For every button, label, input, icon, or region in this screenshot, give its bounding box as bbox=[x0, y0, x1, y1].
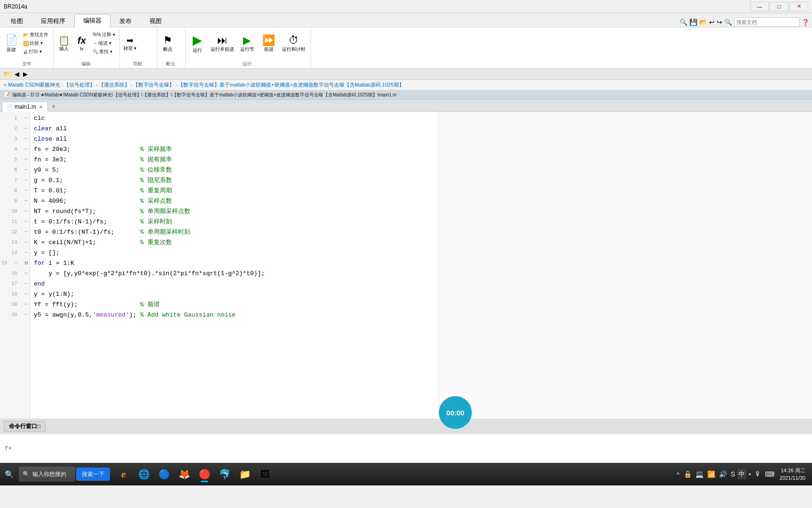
taskbar-app-browser[interactable]: 🌐 bbox=[134, 465, 154, 484]
taskbar-app-dolphin[interactable]: 🐬 bbox=[215, 465, 234, 484]
command-input-area[interactable]: f× bbox=[0, 434, 812, 463]
code-line-1: clc bbox=[34, 113, 435, 123]
minimize-button[interactable]: — bbox=[750, 2, 769, 11]
code-line-15: for i = 1:K bbox=[34, 258, 435, 268]
compare-button[interactable]: 🔀比较 ▾ bbox=[21, 40, 50, 48]
breadcrumb-denoise[interactable]: 【数字信号去噪】 bbox=[133, 81, 174, 88]
fx-button[interactable]: fx fx bbox=[73, 30, 90, 56]
tray-sogou[interactable]: S bbox=[729, 469, 736, 479]
tab-filename: main1.m bbox=[15, 103, 36, 110]
right-pane bbox=[438, 112, 812, 441]
code-line-14: y = []; bbox=[34, 247, 435, 258]
comment-button[interactable]: %%注释 ▾ bbox=[91, 31, 117, 39]
tray-keyboard[interactable]: ⌨ bbox=[764, 469, 776, 479]
code-line-13: K = ceil(N/NT)+1; % 重复次数 bbox=[34, 237, 435, 247]
ribbon-section-file: 📄 新建 📂查找文件 🔀比较 ▾ 🖨打印 ▾ 文件 bbox=[2, 28, 54, 68]
taskbar-app-matlab[interactable]: 🔴 bbox=[195, 465, 214, 484]
breadcrumb-comm[interactable]: 【通信系统】 bbox=[99, 81, 130, 88]
run-time-button[interactable]: ⏱ 运行和计时 bbox=[281, 30, 307, 56]
tab-editor[interactable]: 编辑器 bbox=[74, 14, 110, 27]
goto-button[interactable]: ➡ 转至 ▾ bbox=[122, 30, 139, 56]
nav-forward-icon[interactable]: ▶ bbox=[22, 70, 29, 78]
editor-tab-main[interactable]: 📄 main1.m ✕ bbox=[2, 102, 48, 112]
taskbar-app-files[interactable]: 📁 bbox=[235, 465, 255, 484]
taskbar-clock[interactable]: 14:26 周二 2021/11/30 bbox=[777, 467, 808, 482]
breadcrumb-sep2: › bbox=[96, 82, 98, 88]
insert-button[interactable]: 📋 插入 bbox=[55, 30, 72, 56]
toolbar-icon1[interactable]: 💾 bbox=[689, 18, 697, 26]
breadcrumb-sep1: › bbox=[61, 82, 63, 88]
ribbon-section-breakpoint: ⚑ 断点 断点 bbox=[157, 28, 186, 68]
code-line-19: Yf = fft(y); % 频谱 bbox=[34, 299, 435, 310]
help-icon[interactable]: ❓ bbox=[802, 19, 809, 26]
breadcrumb-signal[interactable]: 【信号处理】 bbox=[64, 81, 95, 88]
file-section-label: 文件 bbox=[3, 61, 50, 68]
taskbar-app-photos[interactable]: 🖼 bbox=[255, 465, 275, 484]
search-input[interactable] bbox=[734, 17, 800, 27]
tray-dot[interactable]: • bbox=[747, 470, 752, 479]
tray-mic[interactable]: 🎙 bbox=[753, 469, 763, 479]
add-tab-button[interactable]: + bbox=[48, 101, 59, 111]
tray-sound[interactable]: 🔊 bbox=[718, 469, 728, 479]
run-advance-button[interactable]: ⏭ 运行并前进 bbox=[209, 30, 235, 56]
toolbar-icon5[interactable]: 🔍 bbox=[724, 18, 732, 26]
tab-plot[interactable]: 绘图 bbox=[2, 15, 32, 27]
taskbar-search-icon: 🔍 bbox=[23, 471, 30, 477]
clock-time: 14:26 周二 bbox=[780, 467, 805, 475]
code-line-5: fn = 3e3; % 固有频率 bbox=[34, 154, 435, 165]
ribbon-section-run: ▶ 运行 ⏭ 运行并前进 ▶ 运行节 ⏩ 前进 ⏱ 运行和计时 bbox=[186, 28, 311, 68]
tab-view[interactable]: 视图 bbox=[141, 15, 171, 27]
nav-back-icon[interactable]: ◀ bbox=[13, 70, 21, 78]
code-line-11: t = 0:1/fs:(N-1)/fs; % 采样时刻 bbox=[34, 216, 435, 227]
code-line-17: end bbox=[34, 278, 435, 289]
code-line-20: y5 = awgn(y,0.5,'measured'); % Add white… bbox=[34, 310, 435, 320]
tab-publish[interactable]: 发布 bbox=[110, 15, 141, 27]
ribbon-section-nav: ➡ 转至 ▾ 导航 bbox=[120, 28, 157, 68]
find-button[interactable]: 🔍查找 ▾ bbox=[91, 48, 117, 56]
code-line-4: fs = 20e3; % 采样频率 bbox=[34, 144, 435, 154]
breadcrumb-sep3: › bbox=[131, 82, 133, 88]
tray-network[interactable]: 💻 bbox=[694, 469, 705, 479]
code-content[interactable]: clc clear all close all fs = 20e3; % 采样频… bbox=[30, 112, 438, 441]
advance-button[interactable]: ⏩ 前进 bbox=[259, 30, 279, 56]
command-window-label[interactable]: 命令行窗口□ bbox=[4, 421, 46, 432]
indent-button[interactable]: →缩进 ▾ bbox=[91, 39, 117, 47]
tray-lock[interactable]: 🔒 bbox=[682, 469, 693, 479]
tray-input[interactable]: 中 bbox=[737, 469, 746, 479]
search-button[interactable]: 搜索一下 bbox=[76, 468, 110, 481]
pathbar: 📝 编辑器 - D:\3 ★Matlab★\Matalb CSDN紫极神光\【信… bbox=[0, 90, 812, 100]
run-button[interactable]: ▶ 运行 bbox=[187, 30, 207, 56]
timer-badge: 00:00 bbox=[439, 396, 472, 429]
maximize-button[interactable]: □ bbox=[770, 2, 789, 11]
print-button[interactable]: 🖨打印 ▾ bbox=[21, 48, 50, 56]
edit-section-label: 编辑 bbox=[55, 61, 117, 68]
folder-icon[interactable]: 📁 bbox=[2, 70, 12, 78]
code-line-7: g = 0.1; % 阻尼系数 bbox=[34, 175, 435, 185]
breadcrumb-full[interactable]: 【数字信号去噪】基于matlab小波软阈值+硬阈值+改进阈值数字信号去噪【含Ma… bbox=[178, 81, 404, 88]
breadcrumb-sep4: › bbox=[175, 82, 177, 88]
new-file-button[interactable]: 📄 新建 bbox=[3, 30, 20, 56]
toolbar-icon2[interactable]: 📂 bbox=[699, 18, 707, 26]
taskbar-app-browser2[interactable]: 🔵 bbox=[154, 465, 174, 484]
taskbar-app-ie[interactable]: e bbox=[114, 465, 133, 484]
open-file-button[interactable]: 📂查找文件 bbox=[21, 31, 50, 39]
taskbar-search-button[interactable]: 🔍 bbox=[2, 467, 17, 482]
breakpoint-section-label: 断点 bbox=[159, 61, 182, 68]
code-line-10: NT = round(fs*T); % 单周期采样点数 bbox=[34, 206, 435, 216]
tab-close-icon[interactable]: ✕ bbox=[39, 104, 43, 110]
tray-expand[interactable]: ^ bbox=[675, 470, 681, 479]
breakpoint-button[interactable]: ⚑ 断点 bbox=[159, 30, 176, 56]
command-prompt: f× bbox=[5, 445, 12, 452]
close-button[interactable]: ✕ bbox=[789, 2, 808, 11]
run-section-label: 运行 bbox=[187, 61, 307, 68]
toolbar-icon4[interactable]: ↪ bbox=[717, 18, 722, 26]
tab-apps[interactable]: 应用程序 bbox=[32, 15, 74, 27]
code-line-18: y = y(1:N); bbox=[34, 289, 435, 299]
breadcrumb-home[interactable]: « Matalb CSDN紫极神光 bbox=[4, 81, 60, 88]
taskbar-search-box[interactable]: 🔍 输入你想搜的 bbox=[19, 467, 75, 482]
toolbar-icon3[interactable]: ↩ bbox=[709, 18, 715, 26]
taskbar-app-browser3[interactable]: 🦊 bbox=[174, 465, 194, 484]
taskbar-search-placeholder: 输入你想搜的 bbox=[32, 470, 66, 478]
run-section-button[interactable]: ▶ 运行节 bbox=[237, 30, 257, 56]
tray-wifi[interactable]: 📶 bbox=[706, 469, 717, 479]
